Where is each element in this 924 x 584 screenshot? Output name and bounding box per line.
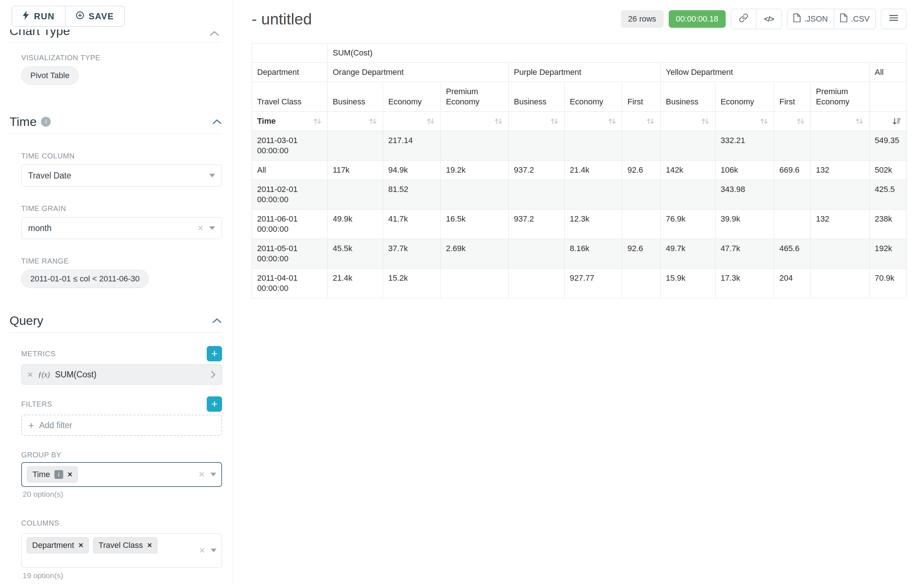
group-by-select[interactable]: Time i × ×	[21, 462, 222, 487]
sort-header[interactable]	[383, 112, 441, 131]
leaf-column-header: Economy	[564, 82, 622, 112]
caret-down-icon	[210, 473, 216, 476]
metric-header: SUM(Cost)	[328, 43, 907, 63]
cell	[622, 131, 661, 161]
sort-header[interactable]	[328, 112, 383, 131]
cell: 106k	[716, 161, 774, 180]
info-badge-icon[interactable]: i	[54, 470, 63, 479]
sort-header[interactable]	[870, 112, 907, 131]
chevron-up-icon[interactable]	[212, 317, 222, 323]
time-range-value[interactable]: 2011-01-01 ≤ col < 2011-06-30	[21, 270, 148, 288]
sort-header[interactable]	[716, 112, 774, 131]
filters-label: FILTERS	[21, 400, 52, 408]
plus-icon: +	[28, 421, 34, 430]
sort-icon[interactable]	[426, 117, 436, 126]
chevron-up-icon[interactable]	[212, 118, 222, 125]
sort-header[interactable]	[441, 112, 509, 131]
cell	[509, 269, 564, 298]
sort-header[interactable]	[774, 112, 811, 131]
chevron-right-icon[interactable]	[211, 370, 216, 378]
sort-icon[interactable]	[796, 117, 805, 126]
add-filter-button[interactable]: + Add filter	[21, 415, 222, 436]
sort-icon[interactable]	[549, 117, 559, 126]
filters-label-row: FILTERS +	[21, 396, 222, 412]
copy-link-button[interactable]	[731, 9, 756, 29]
clear-icon[interactable]: ×	[199, 470, 205, 480]
chart-header: - untitled 26 rows 00:00:00.18 </>	[233, 0, 924, 29]
add-filter-label: Add filter	[39, 421, 72, 430]
cell	[441, 180, 509, 209]
sub-dimension-header: Travel Class	[252, 82, 328, 112]
remove-tag-icon[interactable]: ×	[79, 541, 83, 549]
metrics-label-row: METRICS +	[21, 346, 222, 361]
export-csv-button[interactable]: .CSV	[834, 9, 876, 29]
chart-type-title: Chart Type	[10, 30, 222, 38]
columns-select[interactable]: Department × Travel Class × ×	[21, 533, 222, 568]
sort-icon[interactable]	[607, 117, 617, 126]
sort-header[interactable]	[661, 112, 716, 131]
row-key: 2011-02-01 00:00:00	[252, 180, 328, 209]
cell	[811, 131, 870, 161]
cell: 15.2k	[383, 269, 441, 298]
metric-option[interactable]: × ƒ(x) SUM(Cost)	[21, 364, 222, 385]
table-row: 2011-04-01 00:00:0021.4k15.2k927.7715.9k…	[252, 269, 907, 298]
sort-icon[interactable]	[368, 117, 378, 126]
cell: 425.5	[870, 180, 907, 209]
row-dimension-sort-header[interactable]: Time	[252, 112, 328, 131]
cell	[622, 180, 661, 209]
leaf-column-header	[870, 82, 907, 112]
sort-header[interactable]	[811, 112, 870, 131]
sort-icon[interactable]	[855, 117, 864, 126]
sort-header[interactable]	[564, 112, 622, 131]
caret-down-icon	[211, 549, 216, 552]
pivot-table: SUM(Cost)DepartmentOrange DepartmentPurp…	[252, 43, 907, 298]
row-key: All	[252, 161, 328, 180]
export-button-group: .JSON .CSV	[787, 9, 876, 29]
info-icon[interactable]: i	[41, 117, 51, 127]
time-grain-label: TIME GRAIN	[21, 204, 222, 213]
remove-metric-icon[interactable]: ×	[27, 370, 33, 379]
menu-button[interactable]	[881, 9, 906, 29]
time-column-select[interactable]: Travel Date	[21, 165, 222, 186]
chart-type-section-header: Chart Type	[10, 30, 222, 39]
sort-header[interactable]	[509, 112, 564, 131]
columns-tag[interactable]: Department ×	[26, 537, 89, 553]
caret-down-icon	[209, 226, 215, 230]
time-column-label: TIME COLUMN	[21, 151, 222, 160]
columns-tag[interactable]: Travel Class ×	[93, 537, 157, 553]
remove-tag-icon[interactable]: ×	[68, 470, 72, 479]
lightning-icon	[22, 11, 30, 22]
add-metric-button[interactable]: +	[207, 346, 222, 361]
query-section-title: Query	[10, 313, 43, 328]
sort-icon[interactable]	[313, 117, 322, 126]
cell	[328, 131, 383, 161]
chevron-up-icon[interactable]	[209, 30, 219, 38]
sort-header[interactable]	[622, 112, 661, 131]
add-filter-plus-button[interactable]: +	[207, 396, 222, 412]
columns-label: COLUMNS	[21, 519, 222, 527]
clear-icon[interactable]: ×	[198, 224, 203, 233]
sort-icon[interactable]	[701, 117, 710, 126]
group-by-tag[interactable]: Time i ×	[27, 466, 78, 482]
cell	[328, 180, 383, 209]
query-section-header: Query	[10, 313, 222, 328]
time-section-header: Time i	[10, 114, 222, 129]
group-by-label: GROUP BY	[21, 451, 222, 459]
sort-icon[interactable]	[759, 117, 769, 126]
row-key: 2011-03-01 00:00:00	[252, 131, 328, 161]
export-json-button[interactable]: .JSON	[787, 9, 834, 29]
embed-code-button[interactable]: </>	[756, 9, 782, 29]
visualization-type-value[interactable]: Pivot Table	[21, 66, 79, 85]
sort-icon[interactable]	[646, 117, 655, 126]
columns-dimension-header: Department	[252, 63, 328, 82]
time-grain-select[interactable]: month ×	[21, 217, 222, 239]
sort-desc-icon[interactable]	[892, 117, 901, 126]
run-button[interactable]: RUN	[12, 6, 65, 26]
remove-tag-icon[interactable]: ×	[147, 541, 152, 549]
chart-title: - untitled	[252, 10, 312, 28]
cell	[441, 131, 509, 161]
save-button[interactable]: SAVE	[65, 6, 125, 26]
sort-icon[interactable]	[494, 117, 503, 126]
clear-icon[interactable]: ×	[199, 546, 205, 556]
cell: 76.9k	[661, 209, 716, 239]
